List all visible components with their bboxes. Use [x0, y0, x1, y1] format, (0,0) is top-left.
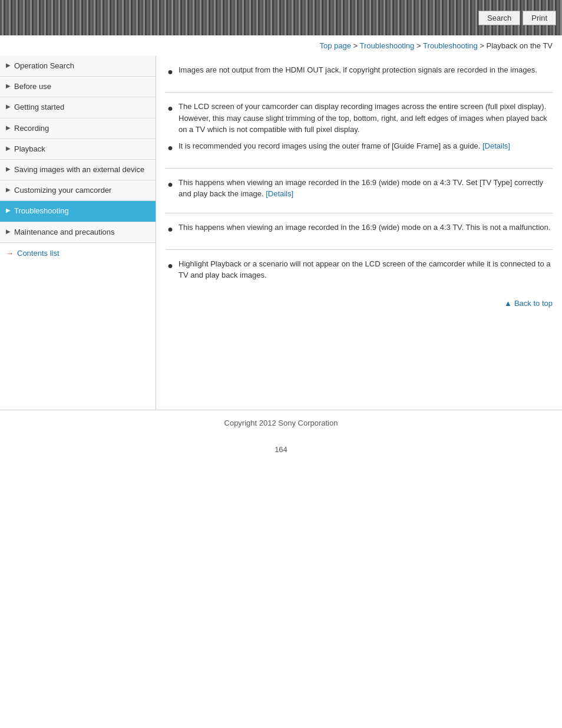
sidebar-arrow-icon-2: ▶: [6, 103, 11, 110]
breadcrumb-current: Playback on the TV: [487, 41, 553, 50]
contents-list-link[interactable]: → Contents list: [0, 243, 156, 263]
bullet-icon-2-0: ●: [166, 177, 175, 192]
details-link-2-0[interactable]: [Details]: [266, 189, 293, 198]
contents-list-label: Contents list: [17, 249, 59, 258]
sidebar-item-label-0: Operation Search: [14, 61, 74, 71]
sidebar-arrow-icon-6: ▶: [6, 186, 11, 193]
sidebar-item-label-8: Maintenance and precautions: [14, 227, 115, 238]
header-buttons: Search Print: [478, 11, 556, 25]
sidebar-item-6[interactable]: ▶Customizing your camcorder: [0, 180, 156, 201]
bullet-icon-0-0: ●: [166, 65, 175, 79]
bullet-icon-1-1: ●: [166, 141, 175, 155]
sidebar-item-label-6: Customizing your camcorder: [14, 185, 111, 196]
bullet-item-4-0: ● Highlight Playback or a scenario will …: [166, 258, 553, 281]
main-layout: ▶Operation Search▶Before use▶Getting sta…: [0, 56, 562, 410]
footer: Copyright 2012 Sony Corporation: [0, 410, 562, 436]
sidebar-item-3[interactable]: ▶Recording: [0, 118, 156, 139]
sidebar: ▶Operation Search▶Before use▶Getting sta…: [0, 56, 156, 410]
sidebar-item-2[interactable]: ▶Getting started: [0, 97, 156, 118]
bullet-text-0-0: Images are not output from the HDMI OUT …: [178, 64, 553, 76]
bullet-text-4-0: Highlight Playback or a scenario will no…: [178, 258, 553, 281]
sidebar-arrow-icon-1: ▶: [6, 83, 11, 89]
sidebar-item-4[interactable]: ▶Playback: [0, 139, 156, 160]
bullet-icon-3-0: ●: [166, 222, 175, 236]
sidebar-arrow-icon-4: ▶: [6, 145, 11, 151]
sidebar-item-7[interactable]: ▶Troubleshooting: [0, 201, 156, 222]
header: Search Print: [0, 0, 562, 35]
section-section2: ● The LCD screen of your camcorder can d…: [166, 93, 553, 169]
section-section5: ● Highlight Playback or a scenario will …: [166, 250, 553, 294]
content-area: ● Images are not output from the HDMI OU…: [156, 56, 562, 410]
section-section4: ● This happens when viewing an image rec…: [166, 213, 553, 250]
page-number: 164: [0, 436, 562, 463]
sidebar-arrow-icon-5: ▶: [6, 166, 11, 172]
sidebar-item-label-5: Saving images with an external device: [14, 164, 144, 175]
breadcrumb-troubleshooting2[interactable]: Troubleshooting: [423, 41, 478, 50]
section-section3: ● This happens when viewing an image rec…: [166, 169, 553, 213]
bullet-text-3-0: This happens when viewing an image recor…: [178, 222, 553, 233]
sidebar-item-label-2: Getting started: [14, 102, 64, 113]
sidebar-item-0[interactable]: ▶Operation Search: [0, 56, 156, 77]
sidebar-item-label-3: Recording: [14, 123, 49, 134]
back-to-top-icon: ▲: [504, 299, 512, 308]
sidebar-item-1[interactable]: ▶Before use: [0, 77, 156, 97]
breadcrumb-troubleshooting1[interactable]: Troubleshooting: [360, 41, 415, 50]
bullet-icon-4-0: ●: [166, 259, 175, 273]
bullet-item-0-0: ● Images are not output from the HDMI OU…: [166, 64, 553, 79]
search-button[interactable]: Search: [478, 11, 520, 25]
breadcrumb-top-page[interactable]: Top page: [319, 41, 351, 50]
bullet-text-2-0: This happens when viewing an image recor…: [178, 177, 553, 200]
bullet-item-2-0: ● This happens when viewing an image rec…: [166, 177, 553, 200]
sidebar-item-5[interactable]: ▶Saving images with an external device: [0, 160, 156, 180]
back-to-top-link[interactable]: ▲Back to top: [166, 294, 553, 310]
print-button[interactable]: Print: [523, 11, 556, 25]
section-section1: ● Images are not output from the HDMI OU…: [166, 56, 553, 93]
sidebar-item-label-4: Playback: [14, 144, 45, 154]
contents-list-arrow-icon: →: [6, 249, 14, 258]
bullet-icon-1-0: ●: [166, 101, 175, 116]
bullet-item-1-1: ● It is recommended you record images us…: [166, 140, 553, 155]
bullet-item-3-0: ● This happens when viewing an image rec…: [166, 222, 553, 236]
bullet-text-1-0: The LCD screen of your camcorder can dis…: [178, 101, 553, 136]
back-to-top-label: Back to top: [514, 299, 553, 308]
sidebar-arrow-icon-3: ▶: [6, 124, 11, 131]
sidebar-arrow-icon-8: ▶: [6, 228, 11, 235]
sidebar-arrow-icon-7: ▶: [6, 207, 11, 213]
sidebar-item-label-7: Troubleshooting: [14, 206, 69, 216]
breadcrumb: Top page > Troubleshooting > Troubleshoo…: [0, 35, 562, 56]
sidebar-item-8[interactable]: ▶Maintenance and precautions: [0, 222, 156, 243]
details-link-1-1[interactable]: [Details]: [482, 141, 510, 150]
bullet-item-1-0: ● The LCD screen of your camcorder can d…: [166, 101, 553, 136]
copyright-text: Copyright 2012 Sony Corporation: [224, 419, 338, 427]
sidebar-arrow-icon-0: ▶: [6, 62, 11, 68]
sidebar-item-label-1: Before use: [14, 81, 51, 92]
bullet-text-1-1: It is recommended you record images usin…: [178, 140, 553, 152]
